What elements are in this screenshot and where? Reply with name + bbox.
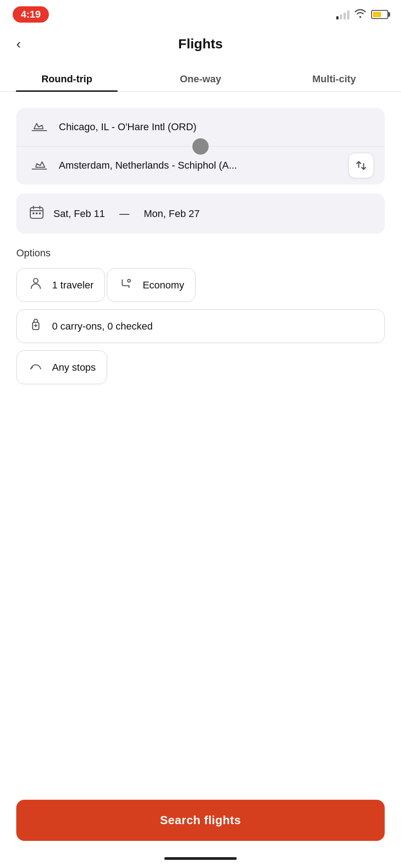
seat-class-text: Economy — [143, 279, 184, 291]
travelers-button[interactable]: 1 traveler — [16, 268, 105, 302]
destination-text: Amsterdam, Netherlands - Schiphol (A... — [59, 160, 339, 171]
status-bar: 4:19 ⚡ — [0, 0, 401, 27]
svg-point-4 — [33, 278, 38, 283]
page-header: ‹ Flights — [0, 27, 401, 61]
wifi-icon — [354, 8, 367, 21]
tab-multi-city[interactable]: Multi-city — [267, 65, 401, 91]
calendar-icon — [29, 204, 44, 223]
svg-point-5 — [128, 279, 130, 282]
baggage-button[interactable]: 0 carry-ons, 0 checked — [16, 309, 385, 343]
status-time: 4:19 — [13, 6, 49, 23]
baggage-text: 0 carry-ons, 0 checked — [52, 321, 153, 332]
trip-type-tabs: Round-trip One-way Multi-city — [0, 65, 401, 92]
origin-text: Chicago, IL - O'Hare Intl (ORD) — [59, 121, 372, 133]
seat-class-button[interactable]: Economy — [107, 268, 196, 302]
baggage-icon — [28, 318, 44, 335]
stops-icon — [28, 359, 44, 376]
svg-rect-2 — [36, 212, 38, 214]
svg-rect-1 — [33, 212, 34, 214]
status-icons: ⚡ — [336, 8, 388, 21]
back-button[interactable]: ‹ — [16, 37, 21, 51]
svg-rect-3 — [39, 212, 41, 214]
travelers-text: 1 traveler — [52, 279, 94, 291]
swap-button[interactable] — [348, 153, 374, 178]
return-date: Mon, Feb 27 — [144, 208, 200, 220]
departure-date: Sat, Feb 11 — [53, 208, 105, 220]
page-title: Flights — [178, 36, 223, 52]
traveler-icon — [28, 277, 44, 293]
stops-button[interactable]: Any stops — [16, 350, 107, 384]
tab-round-trip[interactable]: Round-trip — [0, 65, 134, 91]
tab-one-way[interactable]: One-way — [134, 65, 267, 91]
takeoff-icon — [29, 119, 50, 135]
landing-icon — [29, 157, 50, 174]
home-indicator — [164, 857, 237, 860]
date-separator: — — [119, 208, 129, 220]
search-flights-button[interactable]: Search flights — [16, 800, 385, 841]
date-card[interactable]: Sat, Feb 11 — Mon, Feb 27 — [16, 193, 385, 234]
route-card[interactable]: Chicago, IL - O'Hare Intl (ORD) Amsterda… — [16, 108, 385, 184]
main-content: Chicago, IL - O'Hare Intl (ORD) Amsterda… — [0, 101, 401, 399]
battery-icon: ⚡ — [371, 10, 388, 19]
options-label: Options — [16, 247, 385, 259]
drag-handle — [192, 138, 209, 155]
signal-icon — [336, 9, 349, 19]
seat-icon — [118, 277, 134, 293]
stops-text: Any stops — [52, 362, 96, 373]
